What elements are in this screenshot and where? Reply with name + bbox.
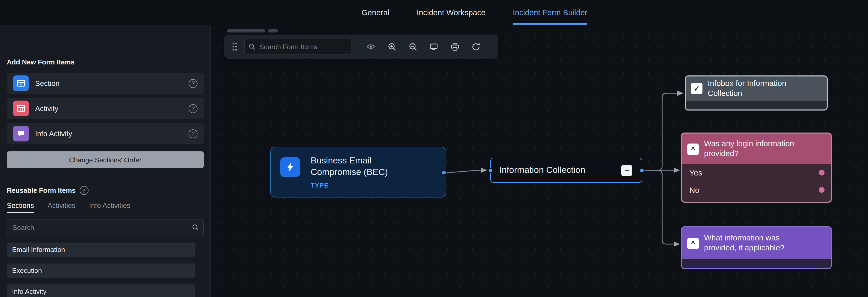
output-port[interactable] xyxy=(639,168,645,173)
node-type-badge: TYPE xyxy=(311,182,329,189)
add-section-label: Section xyxy=(35,79,59,87)
tab-sections[interactable]: Sections xyxy=(7,202,34,213)
node-title: Was any login information provided? xyxy=(704,139,817,159)
tab-incident-form-builder[interactable]: Incident Form Builder xyxy=(513,0,588,25)
canvas-toolbar xyxy=(224,35,498,59)
node-title: Infobox for Information Collection xyxy=(708,79,805,98)
search-icon xyxy=(192,224,199,233)
add-activity-label: Activity xyxy=(35,104,58,113)
lightning-icon xyxy=(280,157,300,177)
form-builder-canvas[interactable]: Business Email Compromise (BEC) TYPE Inf… xyxy=(211,25,868,297)
node-incident-type[interactable]: Business Email Compromise (BEC) TYPE xyxy=(270,147,446,198)
list-item[interactable]: Execution xyxy=(7,264,195,278)
question-header: ^ Was any login information provided? xyxy=(682,133,831,164)
list-item[interactable]: Info Activity xyxy=(7,285,195,297)
zoom-out-icon[interactable] xyxy=(402,35,423,59)
section-icon xyxy=(13,76,29,91)
reusable-form-items-row: Reusable Form Items ? xyxy=(7,186,88,195)
fit-screen-icon[interactable] xyxy=(423,35,444,59)
question-body xyxy=(682,259,831,268)
sidebar: Add New Form Items Section ? Activity ? … xyxy=(0,25,211,297)
checkbox-icon: ✓ xyxy=(691,83,703,94)
list-item[interactable]: Email Information xyxy=(7,242,195,257)
incident-form-builder-app: General Incident Workspace Incident Form… xyxy=(0,0,868,297)
infobox-body xyxy=(686,100,827,110)
tab-activities[interactable]: Activities xyxy=(48,202,76,213)
node-information-collection[interactable]: Information Collection − xyxy=(490,158,642,183)
change-sections-order-button[interactable]: Change Sections' Order xyxy=(7,151,204,168)
option-no[interactable]: No xyxy=(682,181,831,199)
node-question-information-provided[interactable]: ^ What information was provided, if appl… xyxy=(681,226,832,269)
question-header: ^ What information was provided, if appl… xyxy=(682,227,831,259)
obscured-text-fragment xyxy=(268,29,278,32)
section-help-icon[interactable]: ? xyxy=(189,79,197,88)
top-tabs: General Incident Workspace Incident Form… xyxy=(362,0,588,25)
zoom-in-icon[interactable] xyxy=(381,35,402,59)
add-info-activity-label: Info Activity xyxy=(35,129,72,138)
drag-handle-icon[interactable] xyxy=(231,42,238,51)
add-activity-button[interactable]: Activity ? xyxy=(7,98,204,119)
node-infobox[interactable]: ✓ Infobox for Information Collection xyxy=(685,76,828,111)
info-activity-help-icon[interactable]: ? xyxy=(189,129,197,138)
collapse-button[interactable]: − xyxy=(621,165,632,176)
add-info-activity-button[interactable]: Info Activity ? xyxy=(7,123,204,144)
infobox-header: ✓ Infobox for Information Collection xyxy=(686,77,827,100)
node-title: Business Email Compromise (BEC) xyxy=(311,155,402,178)
node-title: Information Collection xyxy=(499,158,585,182)
preview-eye-icon[interactable] xyxy=(361,35,381,59)
option-label: No xyxy=(689,185,699,194)
search-icon xyxy=(248,43,256,52)
sidebar-search-input[interactable] xyxy=(7,219,204,235)
option-output-port[interactable] xyxy=(819,170,825,176)
tab-incident-workspace[interactable]: Incident Workspace xyxy=(417,0,486,25)
top-navigation-bar: General Incident Workspace Incident Form… xyxy=(0,0,868,25)
option-yes[interactable]: Yes xyxy=(682,164,831,181)
reusable-form-items-heading: Reusable Form Items xyxy=(7,186,76,194)
canvas-search xyxy=(244,39,352,55)
node-title: What information was provided, if applic… xyxy=(704,233,809,253)
activity-icon xyxy=(13,100,29,116)
caret-up-icon: ^ xyxy=(687,144,699,155)
reusable-tabs: Sections Activities Info Activities xyxy=(7,202,130,213)
question-body-padding xyxy=(682,199,831,202)
canvas-search-input[interactable] xyxy=(244,39,352,55)
node-question-login-info[interactable]: ^ Was any login information provided? Ye… xyxy=(681,132,832,203)
sidebar-search xyxy=(7,219,204,235)
option-output-port[interactable] xyxy=(819,187,825,193)
obscured-text-fragment xyxy=(227,29,265,32)
caret-up-icon: ^ xyxy=(687,238,699,249)
option-label: Yes xyxy=(689,168,702,177)
input-port[interactable] xyxy=(488,168,493,173)
add-new-form-items-heading: Add New Form Items xyxy=(7,58,75,66)
info-activity-icon xyxy=(13,126,29,142)
tab-general[interactable]: General xyxy=(362,0,390,25)
add-section-button[interactable]: Section ? xyxy=(7,73,204,94)
activity-help-icon[interactable]: ? xyxy=(189,104,197,113)
refresh-icon[interactable] xyxy=(465,35,486,59)
tab-info-activities[interactable]: Info Activities xyxy=(89,202,130,213)
output-port[interactable] xyxy=(441,170,447,176)
print-icon[interactable] xyxy=(444,35,465,59)
reusable-help-icon[interactable]: ? xyxy=(80,186,88,195)
